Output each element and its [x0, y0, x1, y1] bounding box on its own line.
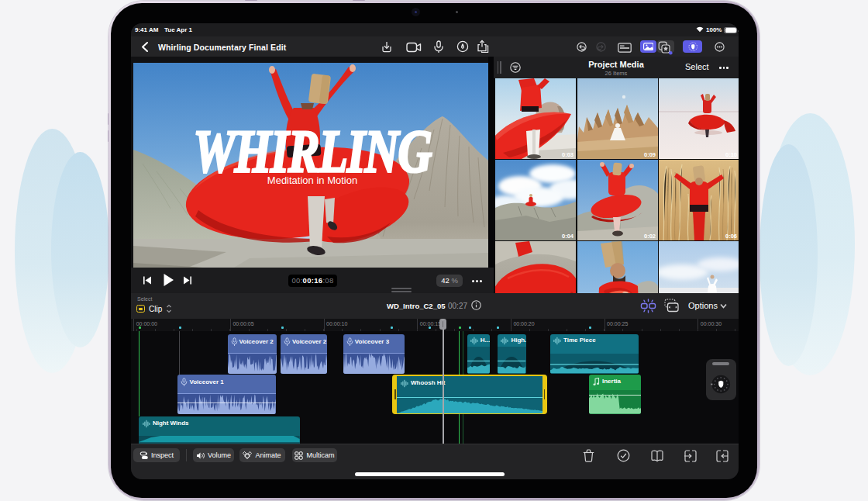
svg-text:Meditation in Motion: Meditation in Motion — [267, 174, 357, 186]
svg-text:0:03: 0:03 — [562, 151, 574, 158]
svg-text:0:04: 0:04 — [562, 233, 574, 240]
svg-text:0:09: 0:09 — [643, 151, 655, 158]
svg-text:0:10: 0:10 — [725, 151, 737, 158]
svg-text:0:02: 0:02 — [643, 233, 655, 240]
svg-text:0:06: 0:06 — [725, 233, 737, 240]
